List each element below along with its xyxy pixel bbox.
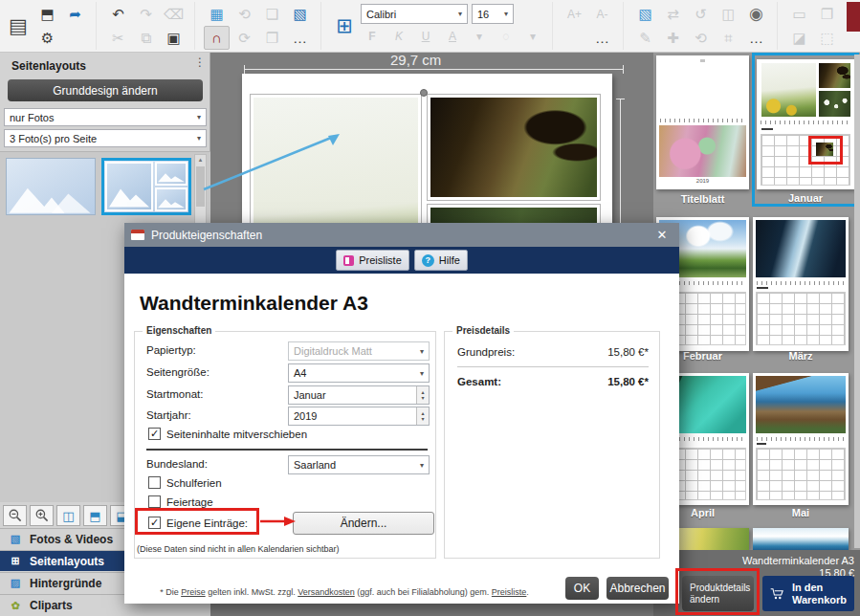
change-base-design-button[interactable]: Grunddesign ändern [8, 79, 203, 101]
text-color-arrow-icon[interactable]: ▾ [468, 27, 491, 46]
app-icon [131, 230, 144, 240]
ungroup-icon[interactable]: ❐ [259, 26, 285, 50]
font-decrease-button[interactable]: A- [589, 2, 615, 26]
start-year-spinner[interactable]: 2019 ▴▾ [288, 407, 430, 426]
pages-scrollbar[interactable] [854, 55, 860, 548]
more-image-icon[interactable]: … [743, 26, 769, 50]
reset-image-icon[interactable]: ⟲ [688, 26, 714, 50]
file-menu-icon[interactable]: ▤ [4, 2, 33, 50]
school-holidays-checkbox[interactable] [148, 476, 161, 489]
spinner-arrows-icon[interactable]: ▴▾ [416, 386, 429, 404]
image-plain-icon[interactable]: ▭ [786, 2, 812, 26]
save-icon[interactable]: ⬒ [34, 2, 60, 26]
page-thumb-mai[interactable] [753, 373, 849, 505]
page-size-select[interactable]: A4 ▾ [288, 363, 430, 383]
undo-icon[interactable]: ↶ [105, 2, 131, 26]
add-calendar-text-icon[interactable]: ⊞ [330, 2, 359, 50]
price-details-legend: Preisdetails [452, 325, 514, 336]
start-month-spinner[interactable]: Januar ▴▾ [288, 385, 430, 405]
font-increase-button[interactable]: A+ [562, 2, 587, 26]
page-label-titelblatt[interactable]: Titelblatt [656, 193, 749, 205]
prices-link[interactable]: Preise [181, 587, 206, 597]
fill-color-arrow-icon[interactable]: ▾ [521, 27, 544, 46]
cliparts-icon: ✿ [9, 600, 22, 612]
image-fx-icon[interactable]: ◪ [786, 26, 812, 50]
red-annotation-product-details [675, 568, 760, 615]
page-thumb-partial-juli[interactable] [753, 528, 849, 550]
page-label-januar[interactable]: Januar [757, 192, 854, 204]
view-pages-button[interactable]: ◫ [56, 505, 80, 526]
page-thumb-titelblatt[interactable]: 2019 [656, 55, 749, 189]
group-icon[interactable]: ❏ [259, 2, 285, 26]
image-effects-icon[interactable]: ◉ [743, 2, 769, 26]
shipping-link[interactable]: Versandkosten [298, 587, 355, 597]
italic-button[interactable]: K [387, 27, 410, 46]
holidays-checkbox[interactable] [148, 495, 161, 508]
window-close-button-fragment[interactable] [847, 2, 860, 32]
pricelist-link[interactable]: Preisliste [492, 587, 527, 597]
crop-icon[interactable]: ⌗ [716, 26, 741, 50]
ok-button[interactable]: OK [565, 577, 599, 600]
export-image-icon[interactable]: ▧ [287, 2, 313, 26]
panel-menu-dots-icon[interactable]: ⋮ [194, 55, 205, 69]
dropdown-arrow-icon: ▾ [499, 10, 508, 18]
layout-thumbnail-1[interactable] [6, 158, 96, 215]
page-thumb-januar[interactable] [757, 59, 854, 189]
photo-filter-select[interactable]: nur Fotos ▾ [4, 108, 207, 126]
bold-button[interactable]: F [361, 27, 384, 46]
font-size-select[interactable]: 16 ▾ [472, 4, 514, 24]
layout-thumbnail-2-selected[interactable] [101, 158, 191, 215]
settings-gear-icon[interactable]: ⚙ [34, 26, 60, 50]
photo-count-select[interactable]: 3 Foto(s) pro Seite ▾ [4, 129, 207, 147]
add-to-cart-button[interactable]: In den Warenkorb [762, 576, 854, 611]
add-shape-icon[interactable]: ✚ [660, 26, 686, 50]
fill-color-button[interactable]: ◌ [495, 27, 518, 46]
zoom-in-button[interactable] [30, 505, 54, 526]
help-button[interactable]: ? Hilfe [414, 250, 468, 271]
spinner-arrows-icon[interactable]: ▴▾ [416, 407, 429, 425]
pricelist-button[interactable]: Preisliste [336, 250, 409, 271]
page-thumb-maerz[interactable] [753, 217, 849, 351]
calendar-grid [756, 448, 846, 500]
image-frame-icon[interactable]: ⬚ [814, 26, 840, 50]
pricelist-icon [343, 255, 354, 266]
underline-button[interactable]: U [414, 27, 437, 46]
rotation-handle[interactable] [420, 89, 428, 97]
font-family-select[interactable]: Calibri ▾ [361, 4, 468, 24]
total-price-value: 15,80 €* [536, 376, 649, 387]
grid-icon[interactable]: ▦ [204, 2, 230, 26]
page-label-mai[interactable]: Mai [753, 507, 849, 518]
photo-dried-seedheads[interactable] [428, 95, 600, 200]
image-layout-icon[interactable]: ◫ [716, 2, 741, 26]
cut-icon[interactable]: ✂ [105, 26, 131, 50]
redo-icon[interactable]: ↷ [133, 2, 159, 26]
page-label-maerz[interactable]: März [753, 350, 849, 362]
backgrounds-icon: ▨ [9, 577, 22, 589]
more-text-icon[interactable]: … [589, 26, 615, 50]
text-color-button[interactable]: A [441, 27, 464, 46]
view-single-button[interactable]: ⬒ [83, 505, 107, 526]
paper-type-select[interactable]: Digitaldruck Matt ▾ [288, 341, 430, 361]
more-arrange-icon[interactable]: … [287, 26, 313, 50]
state-select[interactable]: Saarland ▾ [288, 455, 430, 474]
dialog-titlebar[interactable]: Produkteigenschaften ✕ [124, 223, 679, 247]
paste-icon[interactable]: ▣ [161, 26, 187, 50]
zoom-out-button[interactable] [3, 505, 27, 526]
rotate-left-icon[interactable]: ⟲ [232, 2, 257, 26]
close-icon[interactable]: ✕ [651, 228, 673, 242]
replace-image-icon[interactable]: ⇄ [660, 2, 686, 26]
trash-icon[interactable]: ⌫ [161, 2, 187, 26]
separator-line [146, 449, 428, 451]
edit-image-icon[interactable]: ✎ [632, 26, 658, 50]
change-entries-button[interactable]: Ändern... [293, 512, 434, 535]
magnet-snap-icon[interactable]: ∩ [204, 26, 230, 50]
cancel-button[interactable]: Abbrechen [606, 577, 669, 600]
rotate-image-icon[interactable]: ↺ [688, 2, 714, 26]
copy-style-icon[interactable]: ❐ [814, 2, 840, 26]
shift-contents-checkbox[interactable]: ✓ [148, 428, 161, 440]
copy-icon[interactable]: ⧉ [133, 26, 159, 50]
cart-icon [770, 585, 785, 603]
add-image-icon[interactable]: ▧ [632, 2, 658, 26]
export-folder-icon[interactable]: ➦ [62, 2, 88, 26]
rotate-right-icon[interactable]: ⟳ [232, 26, 257, 50]
